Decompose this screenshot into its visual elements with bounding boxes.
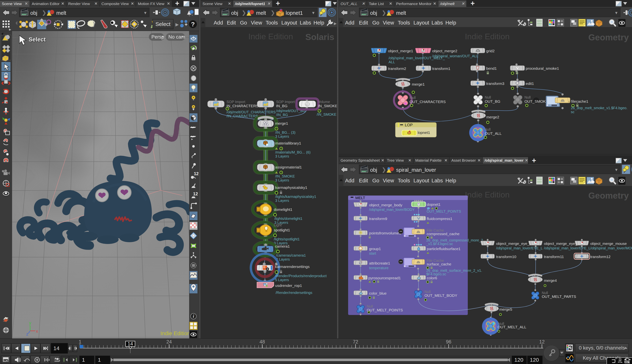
svg-text:/obj/melt/OUT_CHARACTERS: /obj/melt/OUT_CHARACTERS [227, 110, 276, 114]
svg-text:Geometry: Geometry [588, 32, 629, 42]
svg-text:i: i [193, 314, 194, 319]
svg-text:OUT_MELT_POINTS: OUT_MELT_POINTS [367, 308, 403, 312]
svg-text:Light: Light [274, 223, 282, 227]
svg-text:12: 12 [193, 191, 198, 196]
svg-text:object_merge_eye_L: object_merge_eye_L [496, 242, 531, 246]
svg-text:transform11: transform11 [544, 254, 564, 259]
svg-text:/materials/M_BG... (6): /materials/M_BG... (6) [275, 150, 311, 154]
svg-text:48: 48 [260, 339, 265, 344]
svg-text:particlefluidsurface1: particlefluidsurface1 [427, 247, 461, 251]
svg-text:object_merge_mouse: object_merge_mouse [590, 242, 627, 246]
svg-text:karmaphysicalsky1: karmaphysicalsky1 [275, 186, 307, 190]
svg-text:fluidcompress1: fluidcompress1 [427, 216, 452, 221]
svg-text:group1: group1 [369, 247, 381, 251]
svg-text:OUT_MELT_BODY: OUT_MELT_BODY [425, 293, 457, 298]
svg-text:bend1: bend1 [486, 66, 497, 70]
svg-text:procedural_smoke1: procedural_smoke1 [526, 66, 559, 71]
svg-text:Null: Null [367, 304, 373, 308]
svg-text:assignmaterial1: assignmaterial1 [275, 165, 302, 169]
svg-text:/IN_BG... (3): /IN_BG... (3) [275, 130, 295, 134]
svg-text:object_merge1: object_merge1 [388, 49, 413, 53]
svg-text:IN_BG: IN_BG [276, 104, 288, 108]
svg-text:/IN_SMOKE: /IN_SMOKE [275, 174, 295, 178]
svg-text:5 Layers: 5 Layers [275, 278, 289, 282]
svg-text:karmarendersettings: karmarendersettings [275, 264, 310, 269]
svg-text:transform1: transform1 [432, 66, 450, 71]
svg-text:transform2: transform2 [388, 66, 406, 71]
svg-text:pointsfromvolume1: pointsfromvolume1 [369, 231, 401, 235]
svg-text:Null: Null [484, 128, 491, 131]
svg-text:OUT_ALL: OUT_ALL [485, 131, 502, 136]
svg-text:Indie Edition: Indie Edition [160, 330, 189, 336]
svg-text:Null: Null [485, 95, 491, 99]
svg-text:lopnet1: lopnet1 [417, 130, 430, 134]
svg-text:object_merge_eye_R: object_merge_eye_R [544, 242, 580, 246]
svg-text:object_merge2: object_merge2 [432, 49, 457, 53]
svg-text:/Render/Products/renderproduct: /Render/Products/renderproduct [275, 274, 327, 278]
svg-text:/obj/spiral_man_lover/BODY: /obj/spiral_man_lover/BODY [369, 208, 414, 212]
svg-text:Indie Edition: Indie Edition [248, 32, 293, 41]
svg-text:camera1: camera1 [275, 244, 290, 248]
svg-text:filecache1: filecache1 [571, 99, 588, 104]
svg-text:ALL: ALL [388, 60, 395, 64]
svg-text:merge4: merge4 [544, 278, 557, 282]
svg-text:Indie Edition: Indie Edition [465, 32, 510, 41]
svg-text:14: 14 [128, 341, 133, 346]
svg-text:z: z [26, 332, 28, 336]
svg-text:x: x [36, 329, 38, 334]
svg-text:merge5: merge5 [499, 307, 512, 312]
svg-text:/obj/spiral_woman/OUT_ALL: /obj/spiral_woman/OUT_ALL [432, 54, 478, 58]
svg-text:sc: sc [571, 110, 574, 114]
svg-text:96: 96 [446, 339, 451, 344]
svg-text:y: y [29, 320, 31, 325]
svg-text:1: 1 [79, 339, 81, 344]
svg-text:IN_SMOKE: IN_SMOKE [318, 104, 337, 108]
svg-text:Null: Null [425, 290, 431, 294]
svg-text:transform12: transform12 [590, 254, 610, 259]
svg-text:24: 24 [166, 339, 172, 344]
svg-text:Indie Edition: Indie Edition [465, 190, 510, 199]
svg-text:/IN_CHARACTERS: /IN_CHARACTERS [227, 114, 258, 118]
svg-text:3 Layers: 3 Layers [275, 198, 289, 202]
svg-text:compressed_cache: compressed_cache [427, 232, 460, 236]
svg-text:attribcreate1: attribcreate1 [369, 261, 390, 265]
svg-text:3 Layers: 3 Layers [275, 154, 289, 158]
svg-text:?: ? [191, 21, 195, 28]
svg-text:OUT_MELT_POINTS: OUT_MELT_POINTS [427, 210, 461, 214]
svg-text:OUT_MELT_ALL: OUT_MELT_ALL [498, 325, 526, 329]
svg-text:/lights/karmaphysicalsky1: /lights/karmaphysicalsky1 [275, 194, 316, 198]
svg-text:OUT_BG: OUT_BG [485, 99, 500, 104]
svg-text:SOP Import: SOP Import [276, 100, 295, 104]
svg-text:object_merge_body: object_merge_body [369, 203, 402, 207]
svg-text:3 Layers: 3 Layers [275, 134, 289, 138]
svg-text:merge2: merge2 [486, 115, 499, 119]
svg-text:grid2: grid2 [486, 49, 495, 53]
svg-text:OUT_SMOKE: OUT_SMOKE [524, 99, 548, 104]
svg-text:transform3: transform3 [486, 82, 504, 86]
svg-text:/IN_BG: /IN_BG [276, 113, 288, 117]
svg-text:OUT_CHARACTERS: OUT_CHARACTERS [409, 100, 446, 104]
svg-text:domelight1: domelight1 [274, 208, 292, 212]
svg-text:MELT: MELT [355, 196, 365, 200]
svg-text:SOP Import: SOP Import [227, 100, 246, 104]
svg-text:start: start [369, 252, 376, 255]
svg-text:12: 12 [539, 339, 545, 344]
svg-text:Volume: Volume [318, 100, 330, 104]
svg-text:color6: color6 [427, 276, 437, 280]
svg-text:Solaris: Solaris [305, 32, 334, 42]
svg-text:IN_CHARACTERS: IN_CHARACTERS [227, 104, 258, 108]
svg-text:/lights/domelight1: /lights/domelight1 [274, 216, 302, 220]
svg-text:/obj/spiral_man_lover/EYE_L: /obj/spiral_man_lover/EYE_L [544, 246, 590, 250]
svg-text:temperature: temperature [369, 266, 388, 270]
svg-text:merge1: merge1 [412, 82, 425, 86]
svg-text:transform9: transform9 [369, 216, 387, 221]
svg-text:edit1: edit1 [526, 82, 534, 86]
svg-text:72: 72 [353, 339, 358, 344]
svg-text:transform10: transform10 [496, 254, 516, 259]
svg-text:LOP: LOP [405, 123, 413, 127]
svg-text:/IN_SMOKE: /IN_SMOKE [317, 112, 336, 116]
svg-text:Null: Null [524, 95, 531, 99]
svg-text:/lights/spotlight1: /lights/spotlight1 [274, 237, 300, 241]
svg-text:Null: Null [409, 96, 416, 100]
svg-text:/obj/spiral_man_lover/MOUSE: /obj/spiral_man_lover/MOUSE [590, 246, 632, 250]
